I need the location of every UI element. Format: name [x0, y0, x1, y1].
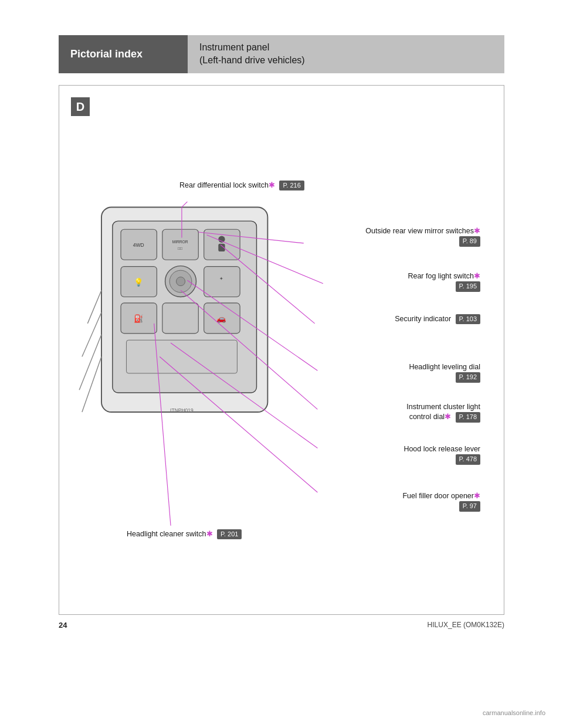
- svg-rect-23: [126, 340, 237, 373]
- badge-outside-mirror: P. 89: [459, 236, 480, 246]
- diagram-area: 4WD MIRROR □□ 💡: [71, 122, 492, 603]
- svg-rect-15: [204, 266, 240, 297]
- badge-fuel-filler: P. 97: [459, 501, 480, 511]
- svg-line-25: [82, 312, 101, 357]
- badge-headlight-leveling: P. 192: [456, 372, 480, 382]
- svg-line-36: [160, 356, 317, 492]
- svg-text:MIRROR: MIRROR: [172, 240, 188, 244]
- svg-point-8: [218, 236, 225, 242]
- svg-rect-2: [121, 229, 157, 260]
- svg-point-12: [165, 266, 196, 297]
- svg-rect-20: [204, 303, 240, 334]
- svg-text:4WD: 4WD: [133, 242, 144, 248]
- label-rear-fog: Rear fog light switch✱ P. 195: [408, 271, 480, 292]
- svg-rect-19: [162, 303, 198, 334]
- page-header: Pictorial index Instrument panel (Left-h…: [59, 35, 504, 73]
- svg-text:✦: ✦: [219, 276, 223, 281]
- svg-rect-7: [204, 229, 240, 260]
- svg-rect-9: [218, 244, 225, 251]
- badge-instrument-cluster: P. 178: [456, 412, 480, 422]
- svg-text:□□: □□: [178, 246, 182, 250]
- label-hood-lock: Hood lock release lever P. 478: [403, 444, 480, 465]
- label-instrument-cluster: Instrument cluster light control dial✱ P…: [406, 402, 480, 423]
- badge-rear-fog: P. 195: [456, 281, 480, 291]
- footer-doc-id: HILUX_EE (OM0K132E): [428, 621, 504, 629]
- svg-line-32: [221, 244, 315, 323]
- label-headlight-leveling: Headlight leveling dial P. 192: [409, 362, 480, 383]
- svg-rect-1: [113, 221, 257, 393]
- svg-line-24: [87, 290, 101, 324]
- label-security: Security indicator P. 103: [395, 314, 480, 325]
- svg-rect-17: [121, 303, 157, 334]
- svg-line-26: [79, 335, 101, 390]
- svg-point-13: [169, 270, 192, 292]
- svg-line-27: [82, 356, 101, 411]
- svg-text:🚗: 🚗: [216, 314, 226, 324]
- header-left-label: Pictorial index: [59, 35, 188, 73]
- svg-line-29: [182, 202, 187, 207]
- badge-rear-diff: P. 216: [279, 181, 304, 190]
- svg-line-30: [198, 232, 303, 243]
- label-rear-diff: Rear differential lock switch✱ P. 216: [179, 181, 304, 191]
- svg-text:ITNPH019: ITNPH019: [170, 407, 194, 413]
- label-outside-mirror: Outside rear view mirror switches✱ P. 89: [365, 226, 480, 247]
- header-subtitle-line2: (Left-hand drive vehicles): [199, 54, 305, 67]
- svg-line-31: [206, 234, 323, 283]
- svg-line-37: [154, 324, 171, 526]
- page-footer: 24 HILUX_EE (OM0K132E): [59, 621, 504, 630]
- svg-point-14: [177, 277, 185, 285]
- page-container: Pictorial index Instrument panel (Left-h…: [0, 0, 563, 728]
- pictorial-index-title: Pictorial index: [70, 48, 143, 60]
- watermark: carmanualsonline.info: [483, 709, 545, 716]
- svg-rect-10: [121, 266, 157, 297]
- instrument-panel-drawing: 4WD MIRROR □□ 💡: [79, 207, 267, 413]
- badge-security: P. 103: [456, 314, 480, 324]
- badge-headlight-cleaner: P. 201: [217, 529, 242, 539]
- svg-line-34: [181, 290, 317, 409]
- svg-rect-4: [162, 229, 198, 260]
- content-box: D 4WD MIRROR: [59, 85, 504, 615]
- svg-line-35: [171, 343, 317, 448]
- header-right-content: Instrument panel (Left-hand drive vehicl…: [188, 35, 504, 73]
- header-subtitle-line1: Instrument panel: [199, 41, 305, 54]
- badge-hood-lock: P. 478: [456, 454, 480, 464]
- section-d-label: D: [71, 97, 90, 116]
- svg-rect-0: [101, 207, 267, 412]
- label-headlight-cleaner: Headlight cleaner switch✱ P. 201: [127, 529, 242, 540]
- label-fuel-filler: Fuel filler door opener✱ P. 97: [402, 491, 480, 512]
- svg-text:💡: 💡: [134, 277, 144, 287]
- page-number: 24: [59, 621, 67, 630]
- svg-text:⛽: ⛽: [134, 314, 144, 324]
- svg-line-33: [187, 280, 317, 370]
